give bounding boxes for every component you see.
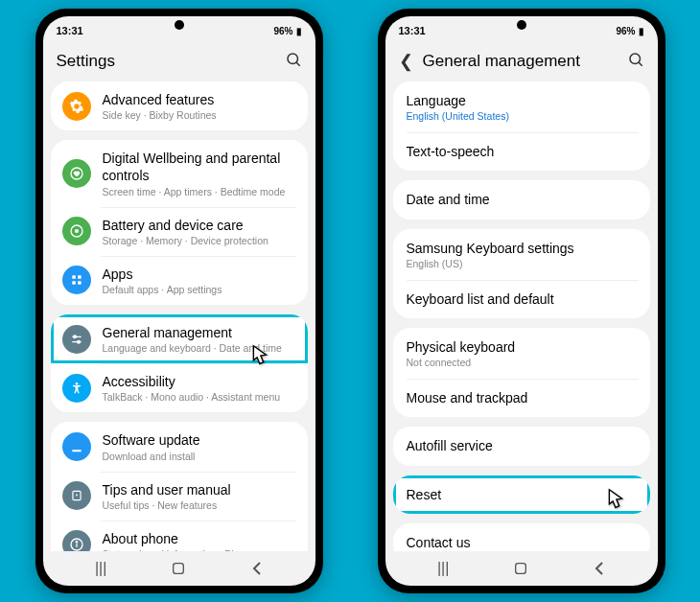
row-subtitle: Useful tips · New features xyxy=(103,499,296,511)
header: ❮ General management xyxy=(385,41,658,81)
nav-home[interactable] xyxy=(502,561,540,576)
settings-row[interactable]: Samsung Keyboard settingsEnglish (US) xyxy=(393,229,650,280)
row-title: Samsung Keyboard settings xyxy=(407,240,637,257)
svg-point-20 xyxy=(630,54,641,64)
row-title: Contact us xyxy=(407,534,637,551)
settings-card: Digital Wellbeing and parental controlsS… xyxy=(51,140,308,305)
settings-list[interactable]: Advanced featuresSide key · Bixby Routin… xyxy=(43,81,315,551)
nav-home[interactable] xyxy=(159,561,198,576)
svg-rect-6 xyxy=(78,276,82,280)
nav-back[interactable] xyxy=(238,562,276,575)
sliders-icon xyxy=(62,325,91,354)
battery-icon xyxy=(62,217,91,245)
settings-row[interactable]: Advanced featuresSide key · Bixby Routin… xyxy=(51,81,308,130)
settings-row[interactable]: Keyboard list and default xyxy=(393,280,650,318)
row-subtitle: Status · Legal information · Phone name xyxy=(103,548,296,551)
row-text: General managementLanguage and keyboard … xyxy=(103,324,296,354)
row-title: Tips and user manual xyxy=(103,481,296,498)
settings-row[interactable]: General managementLanguage and keyboard … xyxy=(51,314,308,363)
row-text: Mouse and trackpad xyxy=(407,389,637,406)
settings-row[interactable]: Battery and device careStorage · Memory … xyxy=(51,207,308,256)
row-title: Autofill service xyxy=(407,437,637,454)
svg-point-11 xyxy=(73,336,76,338)
book-icon xyxy=(62,481,91,510)
settings-row[interactable]: Date and time xyxy=(393,180,650,219)
settings-row[interactable]: Contact us xyxy=(393,523,650,551)
nav-bar: ||| xyxy=(385,551,658,586)
nav-bar: ||| xyxy=(43,551,315,586)
status-battery: 96% xyxy=(616,26,635,36)
settings-card: Advanced featuresSide key · Bixby Routin… xyxy=(51,81,308,130)
settings-card: Samsung Keyboard settingsEnglish (US)Key… xyxy=(393,229,650,318)
settings-row[interactable]: Digital Wellbeing and parental controlsS… xyxy=(51,140,308,206)
settings-card: LanguageEnglish (United States)Text-to-s… xyxy=(393,81,650,171)
row-text: Autofill service xyxy=(407,437,637,454)
svg-point-0 xyxy=(288,54,298,64)
settings-row[interactable]: Text-to-speech xyxy=(393,132,650,171)
row-text: About phoneStatus · Legal information · … xyxy=(103,530,296,551)
row-text: Tips and user manualUseful tips · New fe… xyxy=(103,481,296,511)
general-management-list[interactable]: LanguageEnglish (United States)Text-to-s… xyxy=(385,81,658,551)
settings-row[interactable]: Physical keyboardNot connected xyxy=(393,328,650,379)
back-icon[interactable]: ❮ xyxy=(399,51,413,72)
row-text: AppsDefault apps · App settings xyxy=(103,266,296,295)
row-title: Advanced features xyxy=(103,91,296,108)
search-icon[interactable] xyxy=(285,51,302,72)
svg-rect-5 xyxy=(72,276,76,280)
svg-rect-22 xyxy=(516,564,526,574)
row-text: Samsung Keyboard settingsEnglish (US) xyxy=(407,240,637,269)
row-title: Language xyxy=(407,92,637,109)
settings-row[interactable]: LanguageEnglish (United States) xyxy=(393,81,650,132)
nav-recent[interactable]: ||| xyxy=(82,560,120,577)
settings-row[interactable]: Tips and user manualUseful tips · New fe… xyxy=(51,472,308,521)
heart-icon xyxy=(62,159,91,188)
svg-point-4 xyxy=(75,229,79,233)
row-title: About phone xyxy=(103,530,296,547)
row-title: Keyboard list and default xyxy=(407,290,637,308)
svg-rect-8 xyxy=(78,282,82,286)
settings-row[interactable]: Software updateDownload and install xyxy=(51,422,308,471)
row-text: Keyboard list and default xyxy=(407,290,637,308)
settings-row[interactable]: Mouse and trackpad xyxy=(393,379,650,417)
page-title: General management xyxy=(423,52,580,71)
settings-row[interactable]: About phoneStatus · Legal information · … xyxy=(51,521,308,551)
phone-right: 13:31 96%▮ ❮ General management Language… xyxy=(378,9,665,593)
camera-hole xyxy=(175,20,184,30)
gear-icon xyxy=(62,92,91,121)
row-text: Digital Wellbeing and parental controlsS… xyxy=(103,150,296,197)
row-subtitle: Download and install xyxy=(103,451,296,462)
settings-card: Contact us xyxy=(393,523,650,551)
row-text: Advanced featuresSide key · Bixby Routin… xyxy=(103,91,296,121)
row-text: Date and time xyxy=(407,191,637,208)
row-text: AccessibilityTalkBack · Mono audio · Ass… xyxy=(103,373,296,403)
nav-back[interactable] xyxy=(580,562,618,575)
row-title: Mouse and trackpad xyxy=(407,389,637,406)
row-title: Text-to-speech xyxy=(407,143,637,160)
status-time: 13:31 xyxy=(399,25,426,36)
row-subtitle: English (US) xyxy=(407,258,637,269)
svg-point-12 xyxy=(77,340,80,343)
settings-card: Reset xyxy=(393,475,650,514)
header: Settings xyxy=(43,41,315,81)
row-subtitle: Default apps · App settings xyxy=(103,284,296,295)
row-text: Text-to-speech xyxy=(407,143,637,160)
svg-point-18 xyxy=(76,542,77,543)
svg-point-13 xyxy=(75,382,78,385)
row-subtitle: Not connected xyxy=(407,357,637,368)
nav-recent[interactable]: ||| xyxy=(424,560,462,577)
settings-row[interactable]: Reset xyxy=(393,475,650,514)
row-subtitle: Storage · Memory · Device protection xyxy=(103,235,296,246)
row-text: LanguageEnglish (United States) xyxy=(407,92,637,122)
settings-row[interactable]: AppsDefault apps · App settings xyxy=(51,256,308,305)
row-text: Physical keyboardNot connected xyxy=(407,338,637,368)
status-time: 13:31 xyxy=(57,25,83,36)
row-subtitle: Screen time · App timers · Bedtime mode xyxy=(103,186,296,197)
download-icon xyxy=(62,432,91,461)
search-icon[interactable] xyxy=(627,51,644,72)
row-title: Software update xyxy=(103,431,296,449)
settings-row[interactable]: Autofill service xyxy=(393,427,650,465)
settings-row[interactable]: AccessibilityTalkBack · Mono audio · Ass… xyxy=(51,363,308,412)
apps-icon xyxy=(62,266,91,294)
row-title: Date and time xyxy=(407,191,637,208)
settings-card: Autofill service xyxy=(393,427,650,465)
